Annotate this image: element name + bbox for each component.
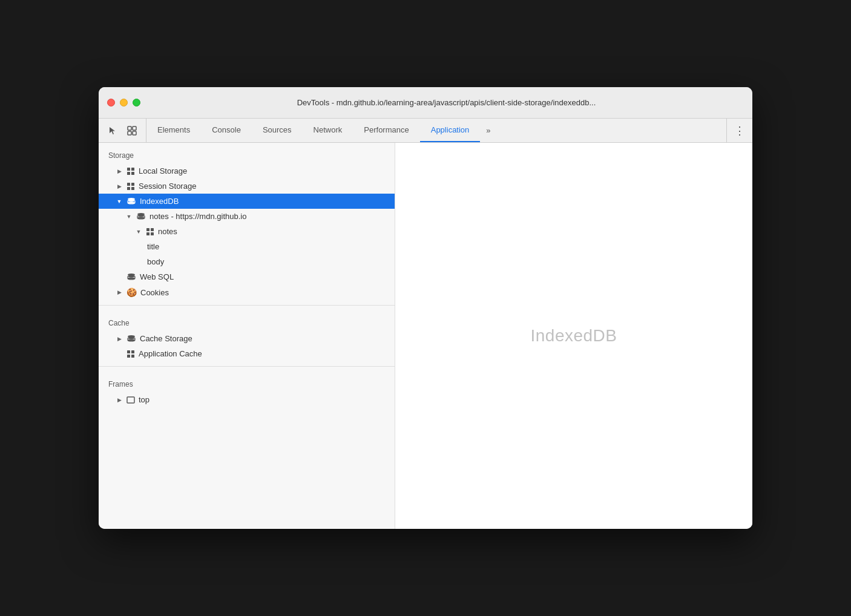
svg-rect-21 (146, 232, 150, 235)
more-tabs-button[interactable]: » (480, 119, 496, 142)
tab-application[interactable]: Application (420, 119, 481, 142)
svg-point-27 (128, 336, 135, 339)
grid-icon (126, 182, 135, 191)
title-index-label: title (147, 242, 159, 251)
svg-rect-11 (131, 187, 134, 190)
storage-section-label: Storage (99, 143, 395, 163)
divider-1 (99, 305, 395, 306)
window-title: DevTools - mdn.github.io/learning-area/j… (149, 98, 744, 107)
arrow-down-icon: ▼ (135, 229, 142, 235)
svg-rect-5 (131, 168, 134, 171)
sidebar-item-body-index[interactable]: body (99, 254, 395, 269)
devtools-menu-button[interactable]: ⋮ (726, 119, 752, 142)
sidebar-item-notes-store[interactable]: ▼ notes (99, 224, 395, 239)
svg-rect-1 (133, 126, 136, 130)
notes-store-label: notes (158, 227, 177, 236)
svg-rect-30 (131, 350, 134, 353)
svg-rect-7 (131, 172, 134, 175)
app-cache-label: Application Cache (139, 349, 202, 358)
tab-elements[interactable]: Elements (146, 119, 201, 142)
sidebar-item-top-frame[interactable]: ▶ top (99, 392, 395, 407)
web-sql-label: Web SQL (140, 272, 174, 281)
svg-rect-0 (128, 126, 131, 130)
svg-rect-10 (127, 187, 130, 190)
svg-rect-29 (127, 350, 130, 353)
sidebar-item-local-storage[interactable]: ▶ Local Storage (99, 163, 395, 179)
content-placeholder: IndexedDB (530, 326, 617, 346)
database-icon (126, 197, 136, 206)
database-small-icon (136, 212, 146, 221)
divider-2 (99, 366, 395, 367)
cursor-icon-button[interactable] (105, 123, 120, 139)
svg-rect-9 (131, 183, 134, 186)
devtools-window: DevTools - mdn.github.io/learning-area/j… (99, 87, 752, 529)
arrow-down-icon: ▼ (116, 198, 123, 205)
frames-section-label: Frames (99, 372, 395, 392)
sidebar-item-cookies[interactable]: ▶ 🍪 Cookies (99, 284, 395, 300)
body-index-label: body (147, 257, 164, 266)
sidebar: Storage ▶ Local Storage ▶ (99, 143, 395, 529)
svg-point-24 (128, 275, 135, 277)
svg-rect-6 (127, 172, 130, 175)
arrow-icon: ▶ (116, 289, 123, 295)
inspect-icon-button[interactable] (124, 123, 140, 139)
svg-rect-3 (133, 131, 136, 135)
svg-rect-32 (131, 355, 134, 358)
arrow-icon: ▶ (116, 397, 123, 403)
cache-section-label: Cache (99, 310, 395, 331)
svg-rect-2 (128, 131, 131, 135)
sidebar-item-session-storage[interactable]: ▶ Session Storage (99, 179, 395, 194)
svg-rect-19 (146, 228, 150, 231)
close-button[interactable] (107, 99, 115, 106)
main-content: Storage ▶ Local Storage ▶ (99, 143, 752, 529)
tab-sources[interactable]: Sources (252, 119, 303, 142)
svg-rect-33 (127, 397, 134, 403)
svg-point-14 (128, 199, 135, 202)
toolbar-left-icons (99, 119, 146, 142)
svg-point-17 (137, 214, 145, 217)
sidebar-item-title-index[interactable]: title (99, 239, 395, 254)
tab-performance[interactable]: Performance (353, 119, 419, 142)
toolbar: Elements Console Sources Network Perform… (99, 119, 752, 143)
sidebar-item-cache-storage[interactable]: ▶ Cache Storage (99, 331, 395, 346)
svg-rect-31 (127, 355, 130, 358)
top-frame-label: top (139, 395, 150, 404)
cache-storage-label: Cache Storage (140, 334, 192, 343)
cookie-icon: 🍪 (126, 287, 137, 297)
arrow-down-icon: ▼ (125, 214, 133, 220)
local-storage-label: Local Storage (139, 166, 187, 175)
content-panel: IndexedDB (395, 143, 752, 529)
svg-rect-20 (151, 228, 154, 231)
svg-rect-22 (151, 232, 154, 235)
cookies-label: Cookies (140, 288, 169, 297)
sidebar-item-notes-db[interactable]: ▼ notes - https://mdn.github.io (99, 209, 395, 224)
database-cache-icon (126, 335, 136, 343)
frame-icon (126, 396, 135, 404)
notes-db-label: notes - https://mdn.github.io (150, 212, 246, 221)
sidebar-item-indexeddb[interactable]: ▼ IndexedDB (99, 194, 395, 209)
minimize-button[interactable] (120, 99, 128, 106)
session-storage-label: Session Storage (139, 182, 196, 191)
svg-rect-8 (127, 183, 130, 186)
tab-console[interactable]: Console (201, 119, 252, 142)
sidebar-item-app-cache[interactable]: Application Cache (99, 346, 395, 361)
arrow-icon: ▶ (116, 183, 123, 189)
svg-rect-4 (127, 168, 130, 171)
maximize-button[interactable] (133, 99, 140, 106)
tab-network[interactable]: Network (303, 119, 353, 142)
sidebar-item-web-sql[interactable]: Web SQL (99, 269, 395, 284)
titlebar: DevTools - mdn.github.io/learning-area/j… (99, 87, 752, 119)
grid-icon (126, 167, 135, 175)
grid-icon (146, 228, 154, 236)
indexeddb-label: IndexedDB (140, 197, 179, 206)
arrow-icon: ▶ (116, 336, 123, 342)
traffic-lights (107, 99, 140, 106)
toolbar-tabs: Elements Console Sources Network Perform… (146, 119, 726, 142)
arrow-icon: ▶ (116, 168, 123, 174)
database-small-icon (126, 273, 136, 281)
grid-app-icon (126, 350, 135, 358)
